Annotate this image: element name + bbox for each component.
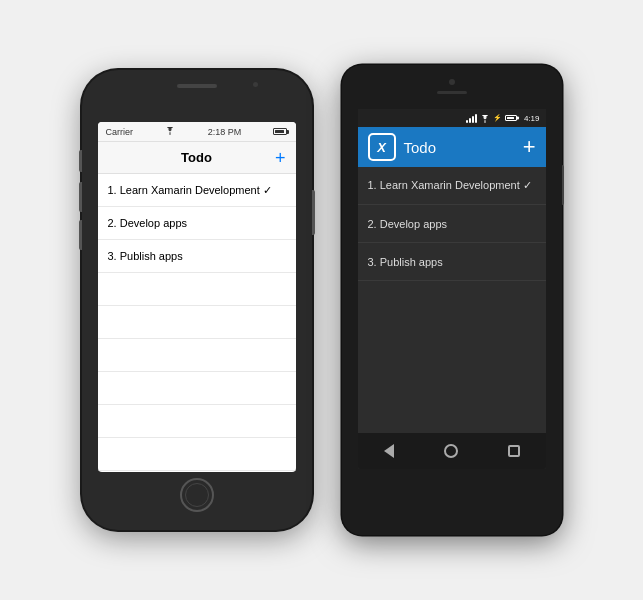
android-speaker	[437, 91, 467, 94]
ios-phone: Carrier 2:18 PM Todo + 1. Learn Xamari	[82, 70, 312, 530]
ios-volume-up-button	[79, 182, 82, 212]
android-status-bar: ⚡ 4:19	[358, 109, 546, 127]
ios-add-button[interactable]: +	[275, 149, 286, 167]
android-list-item-3[interactable]: 3. Publish apps	[358, 243, 546, 281]
charging-icon: ⚡	[493, 114, 502, 122]
ios-list-item-1[interactable]: 1. Learn Xamarin Development ✓	[98, 174, 296, 207]
android-add-button[interactable]: +	[523, 136, 536, 158]
xamarin-icon: X	[368, 133, 396, 161]
android-back-button[interactable]	[380, 442, 398, 460]
android-screen: ⚡ 4:19 X Todo + 1. Learn Xamarin Develop…	[358, 109, 546, 469]
ios-list: 1. Learn Xamarin Development ✓ 2. Develo…	[98, 174, 296, 472]
wifi-icon	[165, 127, 175, 137]
android-toolbar: X Todo +	[358, 127, 546, 167]
svg-point-1	[484, 121, 486, 123]
android-camera	[449, 79, 455, 85]
android-list-item-2[interactable]: 2. Develop apps	[358, 205, 546, 243]
ios-screen: Carrier 2:18 PM Todo + 1. Learn Xamari	[98, 122, 296, 472]
ios-camera	[253, 82, 258, 87]
ios-list-item-empty-6	[98, 438, 296, 471]
recents-square-icon	[508, 445, 520, 457]
carrier-label: Carrier	[106, 127, 134, 137]
ios-list-item-2[interactable]: 2. Develop apps	[98, 207, 296, 240]
android-time: 4:19	[524, 114, 540, 123]
android-list-item-1[interactable]: 1. Learn Xamarin Development ✓	[358, 167, 546, 205]
ios-status-bar: Carrier 2:18 PM	[98, 122, 296, 142]
ios-list-item-empty-1	[98, 273, 296, 306]
android-list: 1. Learn Xamarin Development ✓ 2. Develo…	[358, 167, 546, 433]
ios-speaker	[177, 84, 217, 88]
ios-power-button	[312, 190, 315, 235]
svg-point-0	[170, 133, 172, 135]
signal-icon	[466, 114, 477, 123]
android-nav-bar	[358, 433, 546, 469]
ios-nav-bar: Todo +	[98, 142, 296, 174]
android-phone: ⚡ 4:19 X Todo + 1. Learn Xamarin Develop…	[342, 65, 562, 535]
ios-time: 2:18 PM	[208, 127, 242, 137]
android-wifi-icon	[480, 109, 490, 127]
ios-list-item-3[interactable]: 3. Publish apps	[98, 240, 296, 273]
ios-volume-down-button	[79, 220, 82, 250]
ios-mute-button	[79, 150, 82, 172]
android-toolbar-title: Todo	[404, 139, 515, 156]
back-triangle-icon	[384, 444, 394, 458]
ios-nav-title: Todo	[181, 150, 212, 165]
ios-battery-icon	[273, 128, 287, 135]
ios-list-item-empty-5	[98, 405, 296, 438]
android-recents-button[interactable]	[505, 442, 523, 460]
android-power-button	[562, 165, 564, 205]
ios-home-button-inner	[185, 483, 209, 507]
ios-list-item-empty-2	[98, 306, 296, 339]
home-circle-icon	[444, 444, 458, 458]
android-home-button[interactable]	[442, 442, 460, 460]
ios-list-item-empty-7	[98, 471, 296, 472]
ios-list-item-empty-3	[98, 339, 296, 372]
ios-home-button[interactable]	[180, 478, 214, 512]
ios-list-item-empty-4	[98, 372, 296, 405]
android-battery-icon	[505, 115, 517, 121]
